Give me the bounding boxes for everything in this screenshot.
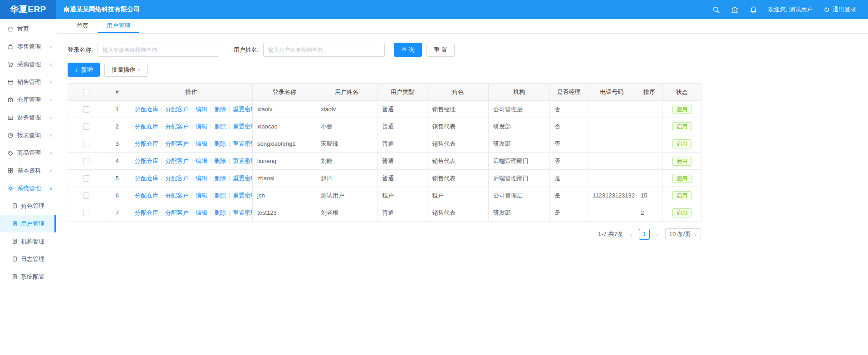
bell-icon[interactable] — [750, 6, 757, 14]
assign-customer-link[interactable]: 分配客户 — [165, 158, 189, 164]
column-header: 是否经理 — [550, 84, 588, 101]
sidebar-item-sales[interactable]: 销售管理 ∨ — [0, 73, 56, 91]
edit-link[interactable]: 编辑 — [196, 192, 207, 199]
reset-password-link[interactable]: 重置密码 — [233, 209, 253, 216]
current-page-button[interactable]: 1 — [639, 229, 650, 240]
assign-customer-link[interactable]: 分配客户 — [165, 106, 189, 113]
delete-link[interactable]: 删除 — [214, 158, 226, 164]
sidebar-subitem-logs[interactable]: 日志管理 — [0, 250, 56, 268]
delete-link[interactable]: 删除 — [214, 209, 226, 216]
app-logo[interactable]: 华夏ERP — [0, 0, 56, 19]
logout-button[interactable]: 退出登录 — [824, 5, 856, 14]
delete-link[interactable]: 删除 — [214, 175, 226, 182]
edit-link[interactable]: 编辑 — [196, 209, 207, 216]
document-icon — [12, 256, 18, 262]
reset-password-link[interactable]: 重置密码 — [233, 140, 253, 147]
sidebar-subitem-label: 角色管理 — [21, 202, 44, 210]
select-all-checkbox[interactable] — [83, 89, 89, 95]
user-name-input[interactable] — [263, 43, 385, 57]
tab-home[interactable]: 首页 — [68, 19, 98, 33]
tab-user-management[interactable]: 用户管理 — [98, 19, 139, 33]
edit-link[interactable]: 编辑 — [196, 106, 207, 113]
status-badge[interactable]: 启用 — [672, 208, 691, 217]
edit-link[interactable]: 编辑 — [196, 140, 207, 147]
bank-icon[interactable] — [731, 6, 739, 14]
sidebar-item-reports[interactable]: 报表查询 ∨ — [0, 126, 56, 144]
warehouse-box-icon — [7, 97, 14, 103]
sidebar-item-basic-data[interactable]: 基本资料 ∨ — [0, 162, 56, 179]
status-badge[interactable]: 启用 — [672, 191, 691, 200]
delete-link[interactable]: 删除 — [214, 192, 226, 199]
prev-page-button[interactable]: ‹ — [628, 231, 634, 238]
divider — [192, 107, 192, 112]
reset-password-link[interactable]: 重置密码 — [233, 106, 253, 113]
search-button[interactable]: 查 询 — [394, 43, 422, 57]
delete-link[interactable]: 删除 — [214, 106, 226, 113]
sidebar-item-finance[interactable]: 财务管理 ∨ — [0, 108, 56, 126]
status-badge[interactable]: 启用 — [672, 139, 691, 148]
row-checkbox[interactable] — [83, 210, 89, 216]
sidebar-item-warehouse[interactable]: 仓库管理 ∨ — [0, 91, 56, 108]
next-page-button[interactable]: › — [654, 231, 661, 238]
divider — [192, 141, 192, 147]
table-row: 3分配仓库分配客户编辑删除重置密码songxiaofeng1宋晓锋普通销售代表研… — [68, 135, 701, 153]
divider — [192, 176, 192, 181]
assign-warehouse-link[interactable]: 分配仓库 — [135, 106, 158, 113]
divider — [162, 124, 162, 129]
batch-actions-button[interactable]: 批量操作∨ — [104, 63, 148, 77]
status-badge[interactable]: 启用 — [672, 157, 691, 166]
reset-button[interactable]: 重 置 — [427, 43, 455, 57]
status-badge[interactable]: 启用 — [672, 105, 691, 114]
row-checkbox[interactable] — [83, 192, 89, 199]
reset-password-link[interactable]: 重置密码 — [233, 123, 253, 130]
sidebar-item-goods[interactable]: 商品管理 ∨ — [0, 144, 56, 162]
page-size-select[interactable]: 10 条/页 ∨ — [665, 228, 701, 240]
sidebar-item-system[interactable]: 系统管理 ∧ — [0, 179, 56, 197]
reset-password-link[interactable]: 重置密码 — [233, 175, 253, 182]
table-row: 2分配仓库分配客户编辑删除重置密码xiaocao小曹普通销售代表研发部否启用 — [68, 118, 701, 135]
reset-password-link[interactable]: 重置密码 — [233, 192, 253, 199]
row-checkbox[interactable] — [83, 141, 89, 147]
assign-customer-link[interactable]: 分配客户 — [165, 192, 189, 199]
assign-customer-link[interactable]: 分配客户 — [165, 209, 189, 216]
delete-link[interactable]: 删除 — [214, 123, 226, 130]
sidebar: 首页 零售管理 ∨ 采购管理 ∨ 销售管理 ∨ 仓库管理 ∨ 财务管理 ∨ 报表… — [0, 19, 56, 355]
edit-link[interactable]: 编辑 — [196, 158, 207, 164]
filter-bar: 登录名称: 用户姓名: 查 询 重 置 — [68, 43, 857, 57]
delete-link[interactable]: 删除 — [214, 140, 226, 147]
column-header: 排序 — [636, 84, 663, 101]
status-badge[interactable]: 启用 — [672, 174, 691, 183]
sidebar-subitem-system-config[interactable]: 系统配置 — [0, 268, 56, 286]
assign-customer-link[interactable]: 分配客户 — [165, 123, 189, 130]
edit-link[interactable]: 编辑 — [196, 123, 207, 130]
add-button[interactable]: +新增 — [68, 63, 100, 77]
sidebar-item-retail[interactable]: 零售管理 ∨ — [0, 38, 56, 55]
sort-cell — [636, 118, 663, 135]
sidebar-subitem-roles[interactable]: 角色管理 — [0, 197, 56, 215]
sidebar-subitem-users[interactable]: 用户管理 — [0, 215, 56, 232]
retail-bag-icon — [7, 44, 14, 50]
assign-warehouse-link[interactable]: 分配仓库 — [135, 209, 158, 216]
assign-warehouse-link[interactable]: 分配仓库 — [135, 140, 158, 147]
column-header: 登录名称 — [253, 84, 316, 101]
login-name-input[interactable] — [98, 43, 219, 57]
row-checkbox[interactable] — [83, 158, 89, 164]
sidebar-subitem-organizations[interactable]: 机构管理 — [0, 232, 56, 250]
assign-warehouse-link[interactable]: 分配仓库 — [135, 158, 158, 164]
edit-link[interactable]: 编辑 — [196, 175, 207, 182]
assign-warehouse-link[interactable]: 分配仓库 — [135, 123, 158, 130]
assign-warehouse-link[interactable]: 分配仓库 — [135, 192, 158, 199]
row-checkbox[interactable] — [83, 106, 89, 113]
role-cell: 租户 — [427, 187, 489, 204]
row-checkbox[interactable] — [83, 175, 89, 182]
status-badge[interactable]: 启用 — [672, 122, 691, 131]
chevron-down-icon: ∨ — [694, 232, 697, 237]
assign-warehouse-link[interactable]: 分配仓库 — [135, 175, 158, 182]
assign-customer-link[interactable]: 分配客户 — [165, 175, 189, 182]
row-checkbox[interactable] — [83, 123, 89, 130]
sidebar-item-purchase[interactable]: 采购管理 ∨ — [0, 55, 56, 73]
sidebar-item-home[interactable]: 首页 — [0, 20, 56, 38]
reset-password-link[interactable]: 重置密码 — [233, 158, 253, 164]
search-icon[interactable] — [712, 6, 720, 14]
assign-customer-link[interactable]: 分配客户 — [165, 140, 189, 147]
